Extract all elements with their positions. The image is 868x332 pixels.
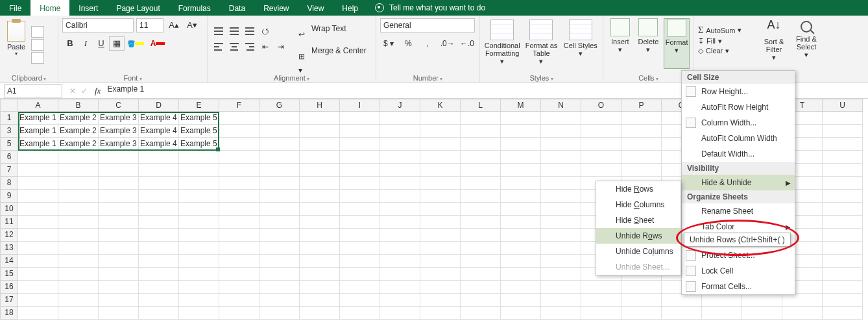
cell[interactable]: Example 1 [18, 125, 58, 138]
cell[interactable] [259, 151, 300, 164]
cell[interactable] [420, 216, 461, 229]
underline-button[interactable]: U [93, 36, 109, 51]
increase-decimal-button[interactable]: .0→ [439, 36, 456, 51]
cell[interactable] [99, 203, 139, 216]
cell[interactable] [340, 125, 380, 138]
format-cells-button[interactable]: Format▾ [664, 18, 690, 69]
cell[interactable] [501, 190, 541, 203]
cell[interactable] [219, 190, 259, 203]
cell[interactable] [782, 307, 823, 320]
find-select-button[interactable]: Find & Select▾ [791, 18, 821, 62]
column-header[interactable]: I [340, 99, 380, 112]
cell[interactable] [541, 203, 581, 216]
cell[interactable] [219, 229, 259, 242]
cell[interactable] [501, 151, 541, 164]
cell[interactable] [581, 294, 621, 307]
bold-button[interactable]: B [62, 36, 78, 51]
cell[interactable] [823, 216, 863, 229]
cell[interactable] [420, 307, 461, 320]
cell[interactable] [179, 177, 219, 190]
cell[interactable] [581, 112, 621, 125]
cell[interactable] [300, 294, 340, 307]
cell[interactable] [58, 242, 99, 255]
cell[interactable] [340, 203, 380, 216]
cell[interactable] [300, 216, 340, 229]
cell[interactable] [541, 307, 581, 320]
cell[interactable] [219, 255, 259, 268]
cell[interactable] [823, 177, 863, 190]
fill-button[interactable]: ↧Fill ▾ [698, 37, 756, 45]
cell[interactable] [501, 307, 541, 320]
cell[interactable] [782, 294, 823, 307]
cell[interactable] [340, 242, 380, 255]
cell[interactable] [501, 281, 541, 294]
column-header[interactable]: O [581, 99, 621, 112]
column-header[interactable]: E [179, 99, 219, 112]
menu-hide-unhide[interactable]: Hide & Unhide▶ [682, 175, 795, 190]
cell[interactable] [702, 307, 742, 320]
cell[interactable] [501, 164, 541, 177]
paste-button[interactable]: Paste ▾ [4, 18, 29, 69]
cell[interactable] [179, 255, 219, 268]
menu-autofit-row[interactable]: AutoFit Row Height [682, 99, 795, 115]
cell[interactable] [823, 307, 863, 320]
cell[interactable] [58, 229, 99, 242]
cell[interactable] [99, 268, 139, 281]
cell[interactable] [541, 112, 581, 125]
tab-help[interactable]: Help [333, 0, 367, 16]
cell[interactable] [581, 307, 621, 320]
cell[interactable] [742, 294, 782, 307]
cell[interactable] [340, 151, 380, 164]
cell[interactable] [501, 255, 541, 268]
menu-column-width[interactable]: Column Width... [682, 115, 795, 131]
cell[interactable] [420, 125, 461, 138]
cell[interactable] [340, 164, 380, 177]
cell[interactable] [501, 125, 541, 138]
cell[interactable] [541, 229, 581, 242]
row-header[interactable]: 8 [0, 177, 18, 190]
cell[interactable] [300, 242, 340, 255]
cell[interactable] [300, 229, 340, 242]
row-header[interactable]: 13 [0, 242, 18, 255]
format-painter-button[interactable] [31, 52, 44, 64]
cut-button[interactable] [31, 26, 44, 38]
cell[interactable] [58, 294, 99, 307]
cell[interactable] [541, 190, 581, 203]
cell[interactable] [461, 112, 501, 125]
cell[interactable] [18, 281, 58, 294]
cell[interactable] [179, 151, 219, 164]
cell[interactable] [18, 294, 58, 307]
cell[interactable]: Example 3 [99, 112, 139, 125]
cell[interactable] [621, 151, 662, 164]
column-header[interactable]: P [621, 99, 662, 112]
cell[interactable] [742, 307, 782, 320]
cell[interactable] [99, 229, 139, 242]
cell[interactable] [420, 203, 461, 216]
cell[interactable] [501, 138, 541, 151]
cell[interactable] [340, 307, 380, 320]
cell[interactable] [99, 177, 139, 190]
cell[interactable] [823, 255, 863, 268]
row-header[interactable]: 1 [0, 112, 18, 125]
cancel-formula-icon[interactable]: ✕ [69, 86, 76, 96]
insert-cells-button[interactable]: Insert▾ [607, 18, 633, 69]
cell[interactable] [139, 281, 179, 294]
cell[interactable] [380, 229, 420, 242]
cell[interactable] [541, 268, 581, 281]
autosum-button[interactable]: ΣAutoSum ▾ [698, 25, 756, 36]
cell[interactable] [139, 164, 179, 177]
menu-autofit-col[interactable]: AutoFit Column Width [682, 131, 795, 146]
cell[interactable] [58, 164, 99, 177]
cell[interactable] [139, 203, 179, 216]
cell[interactable] [58, 281, 99, 294]
submenu-hide-columns[interactable]: Hide Columns [596, 197, 681, 212]
enter-formula-icon[interactable]: ✓ [81, 86, 88, 96]
cell[interactable] [461, 307, 501, 320]
cell[interactable] [300, 307, 340, 320]
cell[interactable] [259, 177, 300, 190]
cell[interactable] [99, 190, 139, 203]
cell[interactable]: Example 1 [18, 138, 58, 151]
cell[interactable] [259, 190, 300, 203]
fx-icon[interactable]: fx [95, 86, 101, 96]
cell[interactable] [259, 242, 300, 255]
